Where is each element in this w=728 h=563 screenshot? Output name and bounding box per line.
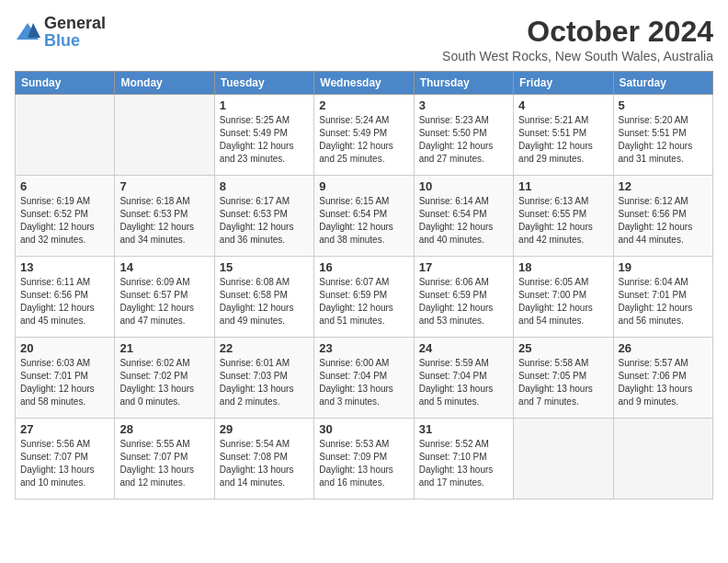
day-cell: 3Sunrise: 5:23 AMSunset: 5:50 PMDaylight… [414, 95, 513, 176]
day-number: 10 [419, 179, 508, 193]
main-title: October 2024 [442, 15, 713, 49]
day-cell: 9Sunrise: 6:15 AMSunset: 6:54 PMDaylight… [314, 176, 414, 257]
day-cell: 21Sunrise: 6:02 AMSunset: 7:02 PMDayligh… [115, 338, 214, 419]
calendar: Sunday Monday Tuesday Wednesday Thursday… [15, 71, 713, 500]
day-info: Sunrise: 5:54 AMSunset: 7:08 PMDaylight:… [220, 438, 309, 489]
day-info: Sunrise: 6:12 AMSunset: 6:56 PMDaylight:… [619, 195, 708, 247]
day-info: Sunrise: 6:17 AMSunset: 6:53 PMDaylight:… [220, 195, 309, 247]
day-info: Sunrise: 6:03 AMSunset: 7:01 PMDaylight:… [20, 357, 109, 408]
day-number: 12 [619, 179, 708, 193]
day-cell: 17Sunrise: 6:06 AMSunset: 6:59 PMDayligh… [414, 257, 513, 338]
day-info: Sunrise: 6:05 AMSunset: 7:00 PMDaylight:… [518, 276, 608, 327]
day-cell: 31Sunrise: 5:52 AMSunset: 7:10 PMDayligh… [414, 419, 513, 500]
day-cell: 7Sunrise: 6:18 AMSunset: 6:53 PMDaylight… [115, 176, 214, 257]
day-info: Sunrise: 6:06 AMSunset: 6:59 PMDaylight:… [419, 276, 508, 327]
day-number: 29 [220, 422, 309, 436]
day-cell: 23Sunrise: 6:00 AMSunset: 7:04 PMDayligh… [314, 338, 414, 419]
day-number: 16 [319, 260, 408, 274]
day-number: 19 [619, 260, 708, 274]
day-cell: 20Sunrise: 6:03 AMSunset: 7:01 PMDayligh… [16, 338, 115, 419]
day-number: 1 [220, 98, 309, 112]
day-info: Sunrise: 6:02 AMSunset: 7:02 PMDaylight:… [119, 357, 209, 408]
day-number: 4 [518, 98, 608, 112]
day-number: 14 [119, 260, 209, 274]
header-tuesday: Tuesday [214, 72, 313, 95]
week-row-1: 1Sunrise: 5:25 AMSunset: 5:49 PMDaylight… [16, 95, 713, 176]
day-number: 28 [119, 422, 209, 436]
day-number: 24 [419, 341, 508, 355]
week-row-2: 6Sunrise: 6:19 AMSunset: 6:52 PMDaylight… [16, 176, 713, 257]
logo-text-general: General [44, 14, 106, 32]
day-number: 30 [319, 422, 408, 436]
day-cell: 8Sunrise: 6:17 AMSunset: 6:53 PMDaylight… [214, 176, 313, 257]
day-info: Sunrise: 6:13 AMSunset: 6:55 PMDaylight:… [518, 195, 608, 247]
day-cell: 30Sunrise: 5:53 AMSunset: 7:09 PMDayligh… [314, 419, 414, 500]
header-sunday: Sunday [16, 72, 115, 95]
day-cell: 29Sunrise: 5:54 AMSunset: 7:08 PMDayligh… [214, 419, 313, 500]
day-cell [115, 95, 214, 176]
day-number: 9 [319, 179, 408, 193]
page-header: General Blue October 2024 South West Roc… [15, 15, 713, 63]
day-info: Sunrise: 5:57 AMSunset: 7:06 PMDaylight:… [619, 357, 708, 408]
day-number: 18 [518, 260, 608, 274]
day-cell: 15Sunrise: 6:08 AMSunset: 6:58 PMDayligh… [214, 257, 313, 338]
day-cell: 19Sunrise: 6:04 AMSunset: 7:01 PMDayligh… [613, 257, 712, 338]
day-cell: 26Sunrise: 5:57 AMSunset: 7:06 PMDayligh… [613, 338, 712, 419]
day-cell: 11Sunrise: 6:13 AMSunset: 6:55 PMDayligh… [514, 176, 613, 257]
day-info: Sunrise: 5:23 AMSunset: 5:50 PMDaylight:… [419, 114, 508, 166]
day-number: 8 [220, 179, 309, 193]
day-info: Sunrise: 6:01 AMSunset: 7:03 PMDaylight:… [220, 357, 309, 408]
day-info: Sunrise: 6:14 AMSunset: 6:54 PMDaylight:… [419, 195, 508, 247]
day-cell: 16Sunrise: 6:07 AMSunset: 6:59 PMDayligh… [314, 257, 414, 338]
subtitle: South West Rocks, New South Wales, Austr… [442, 49, 713, 63]
day-info: Sunrise: 6:08 AMSunset: 6:58 PMDaylight:… [220, 276, 309, 327]
day-cell: 10Sunrise: 6:14 AMSunset: 6:54 PMDayligh… [414, 176, 513, 257]
day-info: Sunrise: 5:55 AMSunset: 7:07 PMDaylight:… [119, 438, 209, 489]
day-info: Sunrise: 6:07 AMSunset: 6:59 PMDaylight:… [319, 276, 408, 327]
day-number: 15 [220, 260, 309, 274]
day-cell: 18Sunrise: 6:05 AMSunset: 7:00 PMDayligh… [514, 257, 613, 338]
day-cell: 22Sunrise: 6:01 AMSunset: 7:03 PMDayligh… [214, 338, 313, 419]
day-number: 11 [518, 179, 608, 193]
day-number: 22 [220, 341, 309, 355]
day-cell: 28Sunrise: 5:55 AMSunset: 7:07 PMDayligh… [115, 419, 214, 500]
logo-text-blue: Blue [44, 31, 80, 50]
header-saturday: Saturday [613, 72, 712, 95]
day-info: Sunrise: 5:59 AMSunset: 7:04 PMDaylight:… [419, 357, 508, 408]
week-row-4: 20Sunrise: 6:03 AMSunset: 7:01 PMDayligh… [16, 338, 713, 419]
header-thursday: Thursday [414, 72, 513, 95]
day-cell [514, 419, 613, 500]
day-cell: 24Sunrise: 5:59 AMSunset: 7:04 PMDayligh… [414, 338, 513, 419]
week-row-5: 27Sunrise: 5:56 AMSunset: 7:07 PMDayligh… [16, 419, 713, 500]
day-info: Sunrise: 5:24 AMSunset: 5:49 PMDaylight:… [319, 114, 408, 166]
logo: General Blue [15, 15, 106, 50]
header-wednesday: Wednesday [314, 72, 414, 95]
day-cell: 5Sunrise: 5:20 AMSunset: 5:51 PMDaylight… [613, 95, 712, 176]
day-number: 13 [20, 260, 109, 274]
day-number: 27 [20, 422, 109, 436]
day-info: Sunrise: 5:52 AMSunset: 7:10 PMDaylight:… [419, 438, 508, 489]
day-cell: 27Sunrise: 5:56 AMSunset: 7:07 PMDayligh… [16, 419, 115, 500]
day-number: 31 [419, 422, 508, 436]
day-cell [613, 419, 712, 500]
day-info: Sunrise: 5:58 AMSunset: 7:05 PMDaylight:… [518, 357, 608, 408]
day-number: 26 [619, 341, 708, 355]
day-info: Sunrise: 6:19 AMSunset: 6:52 PMDaylight:… [20, 195, 109, 247]
day-info: Sunrise: 5:21 AMSunset: 5:51 PMDaylight:… [518, 114, 608, 166]
day-number: 21 [119, 341, 209, 355]
day-number: 17 [419, 260, 508, 274]
day-info: Sunrise: 6:18 AMSunset: 6:53 PMDaylight:… [119, 195, 209, 247]
day-info: Sunrise: 6:09 AMSunset: 6:57 PMDaylight:… [119, 276, 209, 327]
day-info: Sunrise: 6:00 AMSunset: 7:04 PMDaylight:… [319, 357, 408, 408]
day-info: Sunrise: 6:04 AMSunset: 7:01 PMDaylight:… [619, 276, 708, 327]
logo-icon [15, 21, 40, 43]
day-number: 5 [619, 98, 708, 112]
day-number: 6 [20, 179, 109, 193]
day-number: 23 [319, 341, 408, 355]
day-info: Sunrise: 5:25 AMSunset: 5:49 PMDaylight:… [220, 114, 309, 166]
title-block: October 2024 South West Rocks, New South… [442, 15, 713, 63]
day-number: 3 [419, 98, 508, 112]
header-friday: Friday [514, 72, 613, 95]
week-row-3: 13Sunrise: 6:11 AMSunset: 6:56 PMDayligh… [16, 257, 713, 338]
day-cell: 12Sunrise: 6:12 AMSunset: 6:56 PMDayligh… [613, 176, 712, 257]
